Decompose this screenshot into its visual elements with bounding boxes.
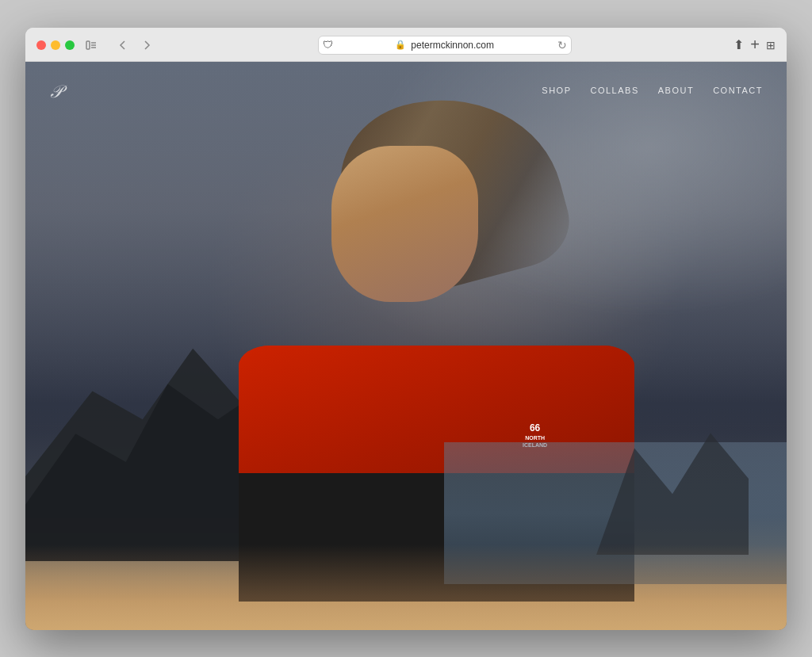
bottom-overlay (25, 544, 787, 630)
close-button[interactable] (36, 40, 46, 50)
nav-collabs[interactable]: COLLABS (590, 86, 638, 95)
new-tab-button[interactable]: + (750, 36, 760, 54)
maximize-button[interactable] (65, 40, 75, 50)
face-area (331, 146, 478, 302)
minimize-button[interactable] (51, 40, 60, 50)
url-text: petermckinnon.com (411, 40, 494, 51)
jacket-number: 66 (523, 422, 547, 435)
nav-shop[interactable]: SHOP (542, 86, 571, 95)
refresh-icon[interactable]: ↻ (557, 39, 567, 52)
browser-controls (114, 38, 155, 52)
svg-marker-6 (596, 433, 749, 555)
tab-overview-button[interactable]: ⊞ (766, 39, 776, 52)
address-bar-container: 🛡 🔒 petermckinnon.com ↻ (163, 36, 726, 55)
mountain-right (596, 403, 749, 544)
svg-rect-0 (86, 41, 90, 49)
hero-image: 66 NORTH ICELAND 𝒫 (25, 62, 787, 630)
forward-button[interactable] (138, 38, 155, 52)
security-shield-icon: 🛡 (323, 39, 333, 51)
browser-window: 🛡 🔒 petermckinnon.com ↻ ⬆ + ⊞ (25, 28, 787, 630)
address-bar[interactable]: 🔒 petermckinnon.com (318, 36, 572, 55)
lock-icon: 🔒 (395, 40, 406, 50)
nav-contact[interactable]: CONTACT (713, 86, 763, 95)
site-logo[interactable]: 𝒫 (49, 79, 61, 101)
site-nav: 𝒫 SHOP COLLABS ABOUT CONTACT (25, 62, 787, 119)
nav-links: SHOP COLLABS ABOUT CONTACT (542, 86, 763, 95)
jacket-brand-north: NORTH (525, 435, 545, 441)
share-button[interactable]: ⬆ (733, 37, 744, 52)
logo-signature: 𝒫 (49, 82, 61, 101)
back-button[interactable] (114, 38, 132, 52)
browser-actions: ⬆ + ⊞ (733, 36, 776, 54)
sidebar-toggle-button[interactable] (82, 38, 100, 52)
website-content: 66 NORTH ICELAND 𝒫 (25, 62, 787, 630)
browser-chrome: 🛡 🔒 petermckinnon.com ↻ ⬆ + ⊞ (25, 28, 787, 62)
nav-about[interactable]: ABOUT (658, 86, 694, 95)
traffic-lights (36, 40, 75, 50)
